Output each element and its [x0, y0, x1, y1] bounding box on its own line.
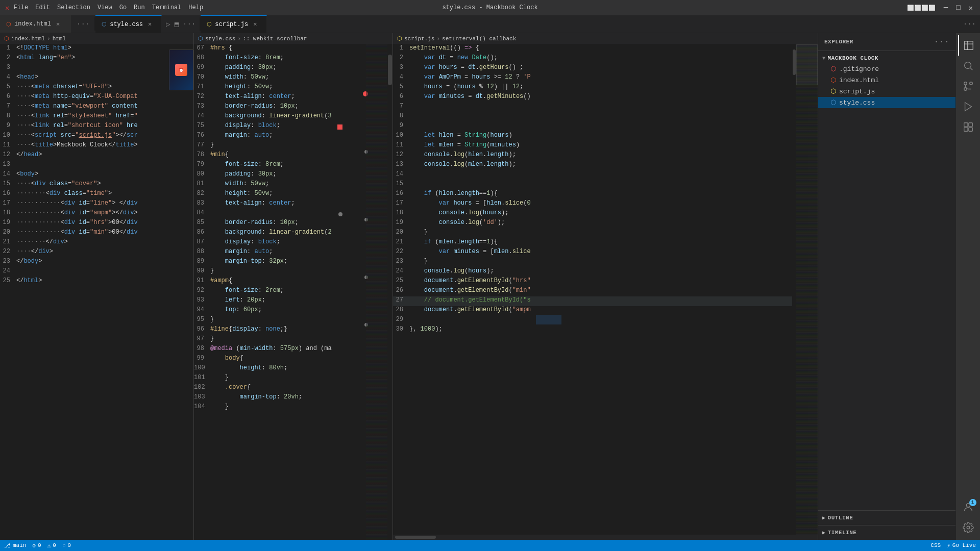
html-file-icon: ⬡ [6, 21, 11, 28]
tab-close-icon[interactable]: ✕ [253, 20, 257, 28]
code-line: 90} [194, 267, 367, 277]
go-live-icon: ⚡ [947, 542, 950, 549]
status-warnings[interactable]: ⚐ 0 [62, 542, 71, 549]
explorer-section-header[interactable]: ▼ MACKBOOK CLOCK [818, 53, 955, 63]
timeline-title: TIMELINE [828, 530, 857, 536]
status-sync[interactable]: ⊙ 0 [32, 542, 41, 549]
code-line: 20 } [393, 229, 792, 238]
tab-index-html[interactable]: ⬡ index.html ✕ [0, 15, 71, 33]
code-line: 78#min{ [194, 151, 367, 161]
status-language[interactable]: CSS [930, 542, 941, 548]
close-button[interactable]: ✕ [967, 4, 975, 12]
breadcrumb-element[interactable]: html [53, 36, 66, 42]
status-errors[interactable]: ⚠ 0 [47, 542, 56, 549]
tab-close-icon[interactable]: ✕ [56, 20, 60, 28]
tab-close-icon[interactable]: ✕ [148, 20, 152, 28]
activity-source-control[interactable] [958, 76, 978, 96]
code-line: 98@media (min-width: 575px) and (ma [194, 345, 367, 355]
css-file-icon-crumb: ⬡ [198, 35, 203, 42]
middle-code-editor[interactable]: 67#hrs { 68 font-size: 8rem; 69 padding:… [194, 44, 393, 540]
outline-section: ▶ OUTLINE [818, 510, 955, 525]
code-line: 5 hours = (hours % 12) || 12; [393, 83, 792, 93]
breadcrumb-file[interactable]: index.html [11, 36, 45, 42]
explorer-title: EXPLORER [824, 39, 853, 45]
explorer-more-icon[interactable]: ··· [934, 37, 949, 46]
code-line: 84 [194, 209, 367, 219]
code-line: 24 [0, 267, 193, 277]
svg-rect-7 [968, 128, 972, 131]
file-name: style.css [839, 99, 875, 107]
split-editor-icon[interactable]: ⬒ [175, 20, 179, 29]
activity-explorer[interactable] [958, 35, 978, 56]
svg-rect-4 [964, 123, 967, 127]
breadcrumb-selector[interactable]: ::-webkit-scrollbar [243, 36, 307, 42]
left-code-editor[interactable]: 1<!DOCTYPE html> 2<html lang="en"> 3 4<h… [0, 44, 193, 540]
code-line: 10 let hlen = String(hours) [393, 132, 792, 141]
code-line: 83 text-align: center; [194, 199, 367, 209]
menu-go[interactable]: Go [119, 4, 127, 11]
breadcrumb-file[interactable]: script.js [404, 36, 434, 42]
tab-label: index.html [14, 20, 51, 28]
tab-more-button[interactable]: ··· [71, 15, 94, 33]
code-line: 23</body> [0, 258, 193, 267]
code-line: 93 left: 20px; [194, 296, 367, 306]
middle-breadcrumb: ⬡ style.css › ::-webkit-scrollbar [194, 33, 393, 44]
code-line: 19 console.log('dd'); [393, 219, 792, 229]
menu-view[interactable]: View [97, 4, 112, 11]
explorer-section: ▼ MACKBOOK CLOCK ⬡ .gitignore ⬡ index.ht… [818, 51, 955, 110]
status-go-live[interactable]: ⚡ Go Live [947, 542, 976, 549]
code-line: 67#hrs { [194, 44, 367, 54]
svg-point-0 [964, 62, 971, 69]
code-line: 4<head> [0, 73, 193, 83]
code-line: 4 var AmOrPm = hours >= 12 ? 'P [393, 73, 792, 83]
status-branch[interactable]: ⎇ main [4, 542, 26, 549]
chevron-right-icon: ▶ [822, 515, 826, 521]
code-line: 7 [393, 103, 792, 112]
code-line: 18 console.log(hours); [393, 209, 792, 219]
code-line: 2 var dt = new Date(); [393, 54, 792, 64]
js-file-icon: ⬡ [830, 87, 836, 95]
go-live-label: Go Live [952, 542, 976, 548]
maximize-button[interactable]: □ [954, 4, 962, 12]
activity-run-debug[interactable] [958, 96, 978, 117]
activity-account[interactable]: 1 [958, 497, 978, 517]
menu-selection[interactable]: Selection [57, 4, 90, 11]
tab-style-css[interactable]: ⬡ style.css ✕ [95, 15, 162, 33]
code-line: 85 border-radius: 10px; [194, 219, 367, 229]
tab-label: style.css [110, 21, 143, 28]
timeline-header[interactable]: ▶ TIMELINE [818, 528, 955, 538]
explorer-item-index-html[interactable]: ⬡ index.html [818, 74, 955, 86]
code-line: 6····<meta http-equiv="X-UA-Compat [0, 93, 193, 103]
explorer-item-gitignore[interactable]: ⬡ .gitignore [818, 63, 955, 74]
menu-help[interactable]: Help [188, 4, 203, 11]
outline-header[interactable]: ▶ OUTLINE [818, 513, 955, 523]
warning-count: 0 [68, 542, 71, 548]
right-code-editor[interactable]: 1setInterval(() => { 2 var dt = new Date… [393, 44, 818, 535]
app-logo: ✕ [5, 4, 9, 12]
breadcrumb-function[interactable]: setInterval() callback [442, 36, 516, 42]
title-bar-left: ✕ File Edit Selection View Go Run Termin… [5, 4, 203, 12]
more-actions-icon[interactable]: ··· [183, 20, 195, 28]
explorer-item-style-css[interactable]: ⬡ style.css [818, 97, 955, 108]
menu-run[interactable]: Run [134, 4, 145, 11]
code-line: 14<body> [0, 170, 193, 180]
activity-search[interactable] [958, 56, 978, 76]
menu-file[interactable]: File [13, 4, 28, 11]
file-name: script.js [839, 88, 875, 95]
minimize-button[interactable]: ─ [942, 4, 950, 12]
more-actions-right[interactable]: ··· [963, 20, 976, 28]
run-icon[interactable]: ▷ [166, 20, 170, 29]
svg-point-9 [967, 526, 970, 529]
outline-title: OUTLINE [828, 515, 853, 521]
activity-bar: 1 [955, 33, 980, 540]
code-line: 96#line{display: none;} [194, 325, 367, 335]
activity-settings[interactable] [958, 517, 978, 538]
explorer-item-script-js[interactable]: ⬡ script.js [818, 86, 955, 97]
menu-edit[interactable]: Edit [35, 4, 50, 11]
middle-editor-panel: ⬡ style.css › ::-webkit-scrollbar 67#hrs… [194, 33, 393, 540]
menu-terminal[interactable]: Terminal [152, 4, 182, 11]
activity-extensions[interactable] [958, 117, 978, 137]
left-editor-panel: ⬡ index.html › html 1<!DOCTYPE html> 2<h… [0, 33, 194, 540]
breadcrumb-file[interactable]: style.css [205, 36, 235, 42]
tab-script-js[interactable]: ⬡ script.js ✕ [201, 15, 267, 33]
